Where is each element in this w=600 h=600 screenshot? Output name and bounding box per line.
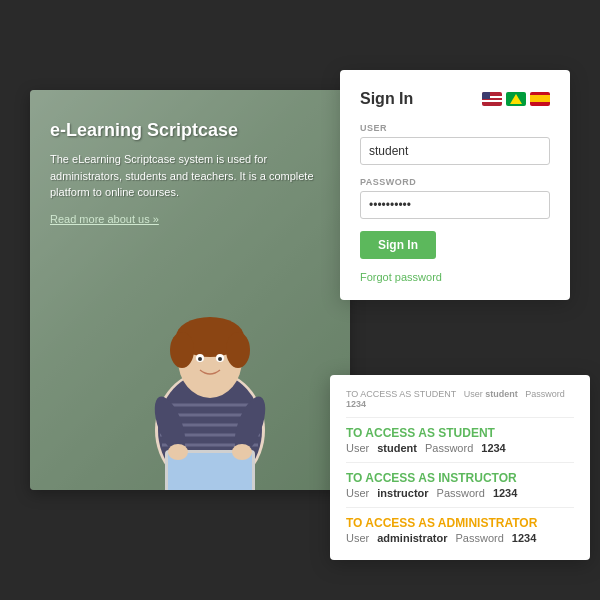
cred-pass-label-admin: Password	[456, 532, 504, 544]
left-panel: e-Learning Scriptcase The eLearning Scri…	[30, 90, 350, 490]
cred-user-label-admin: User	[346, 532, 369, 544]
password-input[interactable]	[360, 191, 550, 219]
cred-heading-instructor: TO ACCESS AS INSTRUCTOR	[346, 471, 574, 485]
cred-heading-administrator: TO ACCESS AS ADMINISTRATOR	[346, 516, 574, 530]
login-panel: Sign In USER PASSWORD Sign In Forgot pas…	[340, 70, 570, 300]
sign-in-title: Sign In	[360, 90, 413, 108]
cred-divider-2	[346, 462, 574, 463]
user-label: USER	[360, 123, 550, 133]
forgot-password-link[interactable]: Forgot password	[360, 271, 442, 283]
cred-user-admin: administrator	[377, 532, 447, 544]
sign-in-header: Sign In	[360, 90, 550, 108]
cred-heading-student: TO ACCESS AS STUDENT	[346, 426, 574, 440]
flag-br[interactable]	[506, 92, 526, 106]
svg-point-14	[218, 357, 222, 361]
cred-row-administrator: User administrator Password 1234	[346, 532, 574, 544]
cred-section-instructor: TO ACCESS AS INSTRUCTOR User instructor …	[346, 471, 574, 499]
cred-divider-3	[346, 507, 574, 508]
svg-point-10	[226, 332, 250, 368]
cred-pass-student: 1234	[481, 442, 505, 454]
cred-user-instructor: instructor	[377, 487, 428, 499]
svg-point-20	[168, 444, 188, 460]
cred-user-label-instructor: User	[346, 487, 369, 499]
svg-point-9	[170, 332, 194, 368]
cred-mini-user: student	[485, 389, 518, 399]
user-input[interactable]	[360, 137, 550, 165]
cred-section-student: TO ACCESS AS STUDENT User student Passwo…	[346, 426, 574, 454]
person-illustration	[110, 230, 310, 490]
svg-point-21	[232, 444, 252, 460]
cred-user-student: student	[377, 442, 417, 454]
cred-pass-admin: 1234	[512, 532, 536, 544]
cred-row-student: User student Password 1234	[346, 442, 574, 454]
app-title: e-Learning Scriptcase	[50, 120, 330, 141]
cred-pass-label-student: Password	[425, 442, 473, 454]
language-flags	[482, 92, 550, 106]
left-panel-content: e-Learning Scriptcase The eLearning Scri…	[30, 90, 350, 247]
credentials-panel: TO ACCESS AS STUDENT User student Passwo…	[330, 375, 590, 560]
cred-row-instructor: User instructor Password 1234	[346, 487, 574, 499]
svg-point-13	[198, 357, 202, 361]
main-container: e-Learning Scriptcase The eLearning Scri…	[30, 70, 570, 530]
cred-pass-label-instructor: Password	[437, 487, 485, 499]
cred-user-label-student: User	[346, 442, 369, 454]
cred-mini-password: 1234	[346, 399, 366, 409]
app-description: The eLearning Scriptcase system is used …	[50, 151, 330, 201]
flag-es[interactable]	[530, 92, 550, 106]
flag-us[interactable]	[482, 92, 502, 106]
read-more-link[interactable]: Read more about us »	[50, 213, 159, 225]
password-label: PASSWORD	[360, 177, 550, 187]
cred-pass-instructor: 1234	[493, 487, 517, 499]
cred-divider-1	[346, 417, 574, 418]
sign-in-button[interactable]: Sign In	[360, 231, 436, 259]
cred-section-administrator: TO ACCESS AS ADMINISTRATOR User administ…	[346, 516, 574, 544]
cred-mini-hint: TO ACCESS AS STUDENT User student Passwo…	[346, 389, 574, 409]
